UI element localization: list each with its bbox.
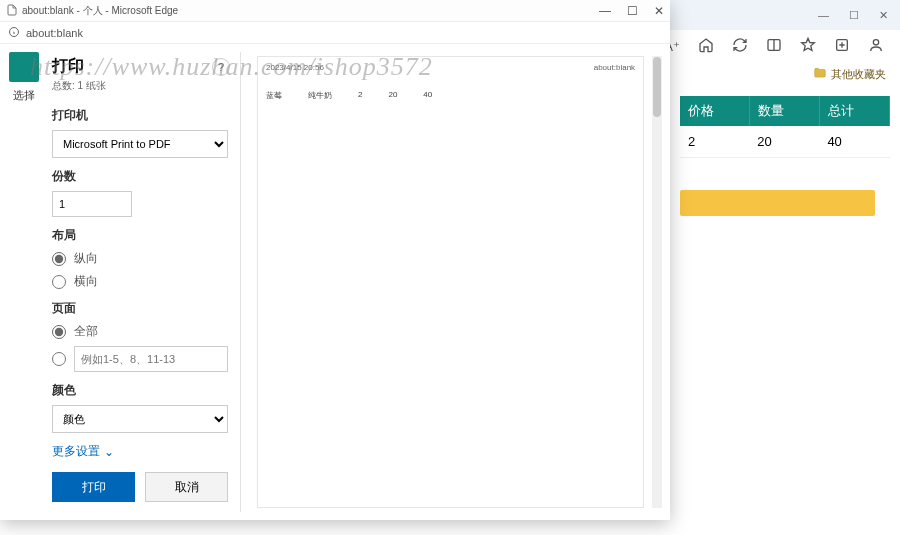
preview-mini-row: 蓝莓 纯牛奶 2 20 40 <box>266 90 635 101</box>
collections-icon[interactable] <box>834 37 850 56</box>
svg-point-2 <box>873 39 878 44</box>
col-price: 价格 <box>680 96 749 126</box>
dialog-maximize-icon[interactable]: ☐ <box>627 4 638 18</box>
chevron-down-icon: ⌄ <box>104 445 114 459</box>
pages-custom-radio[interactable] <box>52 352 66 366</box>
layout-landscape-row[interactable]: 横向 <box>52 273 228 290</box>
cell-qty: 20 <box>749 126 819 158</box>
favorites-icon[interactable] <box>800 37 816 56</box>
dialog-buttons: 打印 取消 <box>52 472 228 502</box>
print-subtitle: 总数: 1 纸张 <box>52 79 228 93</box>
address-text[interactable]: about:blank <box>26 27 83 39</box>
help-icon[interactable]: ? <box>212 58 230 76</box>
copies-label: 份数 <box>52 168 228 185</box>
mini-col-0: 蓝莓 <box>266 90 282 101</box>
data-table: 价格 数量 总计 2 20 40 <box>680 96 890 158</box>
cell-price: 2 <box>680 126 749 158</box>
folder-icon <box>813 66 827 82</box>
minimize-icon[interactable]: — <box>818 9 829 21</box>
print-settings-panel: ? 打印 总数: 1 纸张 打印机 Microsoft Print to PDF… <box>46 52 241 512</box>
dialog-minimize-icon[interactable]: — <box>599 4 611 18</box>
table-header-row: 价格 数量 总计 <box>680 96 890 126</box>
pages-custom-row[interactable] <box>52 346 228 372</box>
left-strip: 选择 <box>8 52 40 512</box>
more-settings-label: 更多设置 <box>52 443 100 460</box>
more-settings-link[interactable]: 更多设置 ⌄ <box>52 443 114 460</box>
print-title: 打印 <box>52 56 228 77</box>
select-label: 选择 <box>13 88 35 103</box>
layout-label: 布局 <box>52 227 228 244</box>
layout-portrait-row[interactable]: 纵向 <box>52 250 228 267</box>
printer-select[interactable]: Microsoft Print to PDF <box>52 130 228 158</box>
portrait-radio[interactable] <box>52 252 66 266</box>
pages-all-radio[interactable] <box>52 325 66 339</box>
maximize-icon[interactable]: ☐ <box>849 9 859 22</box>
home-icon[interactable] <box>698 37 714 56</box>
profile-icon[interactable] <box>868 37 884 56</box>
dialog-title-text: about:blank - 个人 - Microsoft Edge <box>22 4 178 18</box>
dialog-close-icon[interactable]: ✕ <box>654 4 664 18</box>
split-panel-icon[interactable] <box>766 37 782 56</box>
color-select[interactable]: 颜色 <box>52 405 228 433</box>
pages-all-row[interactable]: 全部 <box>52 323 228 340</box>
pages-all-label: 全部 <box>74 323 98 340</box>
scrollbar-thumb[interactable] <box>653 57 661 117</box>
close-icon[interactable]: ✕ <box>879 9 888 22</box>
print-preview-pane: 2023/4/15 20:56 about:blank 蓝莓 纯牛奶 2 20 … <box>247 52 662 512</box>
dialog-body: 选择 ? 打印 总数: 1 纸张 打印机 Microsoft Print to … <box>0 44 670 520</box>
portrait-label: 纵向 <box>74 250 98 267</box>
landscape-label: 横向 <box>74 273 98 290</box>
pages-custom-input[interactable] <box>74 346 228 372</box>
table-row: 2 20 40 <box>680 126 890 158</box>
action-bar[interactable] <box>680 190 875 216</box>
col-total: 总计 <box>819 96 889 126</box>
print-dialog-window: about:blank - 个人 - Microsoft Edge — ☐ ✕ … <box>0 0 670 520</box>
favorites-folder-label[interactable]: 其他收藏夹 <box>831 67 886 82</box>
mini-col-4: 40 <box>423 90 432 101</box>
mini-col-2: 2 <box>358 90 362 101</box>
copies-input[interactable] <box>52 191 132 217</box>
preview-page-title: about:blank <box>594 63 635 72</box>
page-icon <box>6 4 22 18</box>
refresh-icon[interactable] <box>732 37 748 56</box>
cancel-button[interactable]: 取消 <box>145 472 228 502</box>
dialog-address-bar: about:blank <box>0 22 670 44</box>
col-qty: 数量 <box>749 96 819 126</box>
color-label: 颜色 <box>52 382 228 399</box>
cell-total: 40 <box>819 126 889 158</box>
preview-page: 2023/4/15 20:56 about:blank 蓝莓 纯牛奶 2 20 … <box>257 56 644 508</box>
info-icon[interactable] <box>8 26 26 40</box>
pages-label: 页面 <box>52 300 228 317</box>
dialog-titlebar: about:blank - 个人 - Microsoft Edge — ☐ ✕ <box>0 0 670 22</box>
mini-col-1: 纯牛奶 <box>308 90 332 101</box>
print-button[interactable]: 打印 <box>52 472 135 502</box>
landscape-radio[interactable] <box>52 275 66 289</box>
mini-col-3: 20 <box>388 90 397 101</box>
printer-label: 打印机 <box>52 107 228 124</box>
preview-scrollbar[interactable] <box>652 56 662 508</box>
teal-tab-chip[interactable] <box>9 52 39 82</box>
preview-timestamp: 2023/4/15 20:56 <box>266 63 324 72</box>
